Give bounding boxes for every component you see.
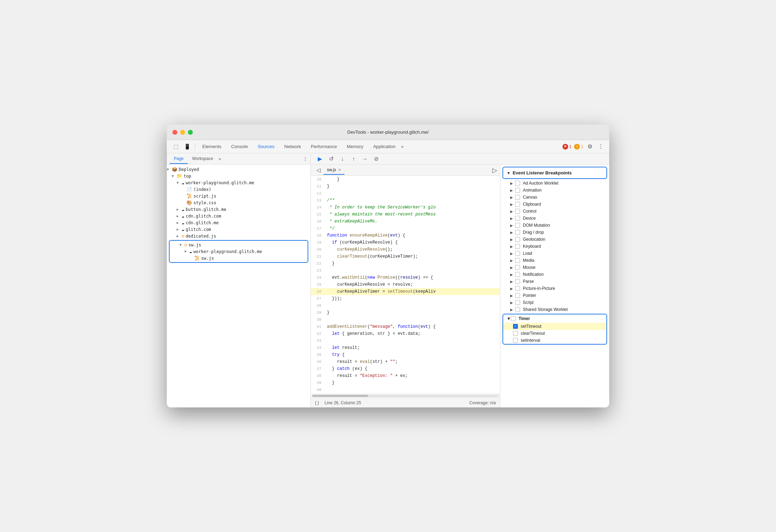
bp-item-settimeout[interactable]: setTimeout xyxy=(503,323,606,330)
tree-item-stylecss[interactable]: 🎨 style.css xyxy=(167,199,310,206)
toggle-panel-icon[interactable]: ▷ xyxy=(492,166,497,174)
inspect-icon[interactable]: ⬚ xyxy=(171,142,181,152)
checkbox-geolocation[interactable] xyxy=(515,237,520,242)
timer-header[interactable]: ▼ Timer xyxy=(503,314,606,323)
bp-item-drag-drop[interactable]: ▶ Drag / drop xyxy=(500,229,609,236)
bp-item-load[interactable]: ▶ Load xyxy=(500,250,609,257)
checkbox-script[interactable] xyxy=(515,300,520,305)
checkbox-settimeout[interactable] xyxy=(513,324,518,329)
bp-item-animation[interactable]: ▶ Animation xyxy=(500,187,609,194)
tab-console[interactable]: Console xyxy=(227,142,252,151)
close-button[interactable] xyxy=(172,130,177,135)
checkbox-mouse[interactable] xyxy=(515,265,520,270)
bp-item-parse[interactable]: ▶ Parse xyxy=(500,278,609,285)
bp-item-shared-storage[interactable]: ▶ Shared Storage Worklet xyxy=(500,306,609,313)
selected-file-group: ▼ ⚙ sw.js ▼ ☁ worker-playground.glitch.m… xyxy=(169,240,308,263)
more-tabs-icon[interactable]: » xyxy=(401,144,403,149)
checkbox-dom-mutation[interactable] xyxy=(515,223,520,228)
warning-badge[interactable]: ! 1 xyxy=(574,144,583,149)
arrow-cdn-glitch-com: ▶ xyxy=(177,214,182,218)
bp-item-pip[interactable]: ▶ Picture-in-Picture xyxy=(500,285,609,292)
tree-item-worker-playground-inner[interactable]: ▼ ☁ worker-playground.glitch.me xyxy=(170,248,308,255)
tab-elements[interactable]: Elements xyxy=(198,142,225,151)
step-out-button[interactable]: ↑ xyxy=(349,154,359,164)
tree-item-glitch-com[interactable]: ▶ ☁ glitch.com xyxy=(167,226,310,233)
bp-item-clipboard[interactable]: ▶ Clipboard xyxy=(500,201,609,208)
tree-item-button-glitch[interactable]: ▶ ☁ button.glitch.me xyxy=(167,206,310,213)
checkbox-canvas[interactable] xyxy=(515,195,520,200)
minimize-button[interactable] xyxy=(180,130,185,135)
tree-item-scriptjs[interactable]: 📜 script.js xyxy=(167,193,310,199)
tab-left-icon[interactable]: ◁ xyxy=(314,165,323,175)
bp-item-media[interactable]: ▶ Media xyxy=(500,257,609,264)
checkbox-pointer[interactable] xyxy=(515,293,520,298)
checkbox-setinterval[interactable] xyxy=(513,338,518,343)
maximize-button[interactable] xyxy=(188,130,193,135)
checkbox-pip[interactable] xyxy=(515,286,520,291)
tree-item-swjs-file[interactable]: 📜 sw.js xyxy=(170,255,308,261)
checkbox-load[interactable] xyxy=(515,251,520,256)
tree-item-dedicatedjs[interactable]: ▶ ⚙ dedicated.js xyxy=(167,233,310,239)
device-icon[interactable]: 📱 xyxy=(182,142,192,152)
checkbox-media[interactable] xyxy=(515,258,520,263)
tab-network[interactable]: Network xyxy=(280,142,305,151)
bp-item-mouse[interactable]: ▶ Mouse xyxy=(500,264,609,271)
bp-item-control[interactable]: ▶ Control xyxy=(500,208,609,215)
checkbox-control[interactable] xyxy=(515,209,520,214)
bp-item-dom-mutation[interactable]: ▶ DOM Mutation xyxy=(500,222,609,229)
bp-item-geolocation[interactable]: ▶ Geolocation xyxy=(500,236,609,243)
bp-item-cleartimeout[interactable]: clearTimeout xyxy=(503,330,606,337)
tree-item-index[interactable]: 📄 (index) xyxy=(167,186,310,193)
tab-memory[interactable]: Memory xyxy=(343,142,368,151)
format-button[interactable]: { } xyxy=(315,400,319,405)
tree-item-cdn-glitch-com[interactable]: ▶ ☁ cdn.glitch.com xyxy=(167,213,310,219)
panel-options-icon[interactable]: ⋮ xyxy=(303,156,308,161)
tree-item-deployed[interactable]: ▼ 📦 Deployed xyxy=(167,166,310,173)
tree-item-worker-playground[interactable]: ▼ ☁ worker-playground.glitch.me xyxy=(167,179,310,186)
tree-item-cdn-glitch-me[interactable]: ▶ ☁ cdn.glitch.me xyxy=(167,219,310,226)
checkbox-parse[interactable] xyxy=(515,279,520,284)
step-button[interactable]: → xyxy=(360,154,370,164)
more-options-icon[interactable]: ⋮ xyxy=(597,142,605,151)
checkbox-drag-drop[interactable] xyxy=(515,230,520,235)
checkbox-notification[interactable] xyxy=(515,272,520,277)
code-line-16: 16 * extraKeepAliveMs. xyxy=(311,218,500,225)
error-badge[interactable]: ✕ 1 xyxy=(563,144,572,149)
tab-page[interactable]: Page xyxy=(170,154,188,164)
bp-item-script[interactable]: ▶ Script xyxy=(500,299,609,306)
tree-item-swjs-top[interactable]: ▼ ⚙ sw.js xyxy=(170,241,308,248)
toolbar-separator xyxy=(195,143,195,150)
step-over-button[interactable]: ↺ xyxy=(326,154,336,164)
checkbox-cleartimeout[interactable] xyxy=(513,331,518,336)
checkbox-clipboard[interactable] xyxy=(515,202,520,207)
bp-item-setinterval[interactable]: setInterval xyxy=(503,337,606,344)
tab-workspace[interactable]: Workspace xyxy=(188,154,217,164)
deactivate-button[interactable]: ⊘ xyxy=(371,154,381,164)
bp-item-notification[interactable]: ▶ Notification xyxy=(500,271,609,278)
scrollbar-thumb[interactable] xyxy=(312,395,368,397)
horizontal-scrollbar[interactable] xyxy=(311,393,500,398)
checkbox-device[interactable] xyxy=(515,216,520,221)
more-panel-tabs[interactable]: » xyxy=(219,157,221,161)
code-tab-swjs[interactable]: sw.js × xyxy=(323,166,344,175)
tab-application[interactable]: Application xyxy=(369,142,400,151)
step-into-button[interactable]: ↓ xyxy=(337,154,347,164)
checkbox-shared-storage[interactable] xyxy=(515,307,520,312)
label-geolocation: Geolocation xyxy=(523,237,545,242)
bp-item-keyboard[interactable]: ▶ Keyboard xyxy=(500,243,609,250)
bp-item-ad-auction[interactable]: ▶ Ad Auction Worklet xyxy=(500,180,609,187)
code-tab-close-icon[interactable]: × xyxy=(338,167,341,173)
tree-item-top[interactable]: ▼ 📁 top xyxy=(167,173,310,179)
checkbox-ad-auction[interactable] xyxy=(515,181,520,186)
bp-item-canvas[interactable]: ▶ Canvas xyxy=(500,194,609,201)
resume-button[interactable]: ▶ xyxy=(315,154,325,164)
tab-sources[interactable]: Sources xyxy=(254,142,279,151)
bp-item-pointer[interactable]: ▶ Pointer xyxy=(500,292,609,299)
checkbox-keyboard[interactable] xyxy=(515,244,520,249)
tab-performance[interactable]: Performance xyxy=(307,142,341,151)
event-listener-breakpoints-header[interactable]: ▼ Event Listener Breakpoints xyxy=(502,167,607,179)
checkbox-animation[interactable] xyxy=(515,188,520,193)
bp-item-device[interactable]: ▶ Device xyxy=(500,215,609,222)
checkbox-timer[interactable] xyxy=(511,316,516,321)
settings-icon[interactable]: ⚙ xyxy=(586,142,594,151)
